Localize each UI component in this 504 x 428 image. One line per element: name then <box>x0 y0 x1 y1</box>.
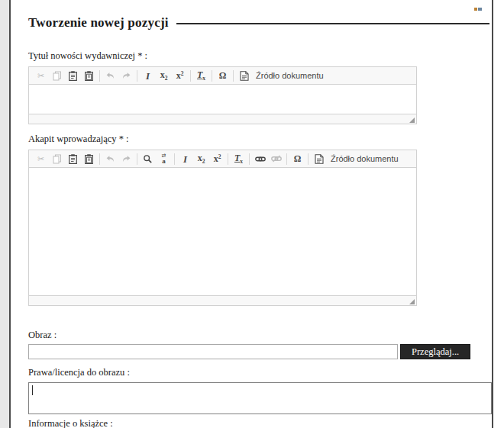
find-button[interactable] <box>141 153 155 165</box>
superscript-icon: x2 <box>176 71 184 80</box>
toolbar-separator <box>228 153 228 165</box>
link-button[interactable] <box>253 153 267 165</box>
intro-richtext-editor: ✂⇄aIx2x2TxΩŹródło dokumentu <box>28 150 417 306</box>
rights-textarea[interactable] <box>28 382 492 414</box>
copy-button <box>50 69 64 82</box>
page-right-border <box>492 0 493 428</box>
paste-button[interactable] <box>66 153 80 165</box>
remove-format-button[interactable]: Tx <box>194 69 208 82</box>
redo-icon <box>121 71 131 81</box>
title-editor-toolbar: ✂Ix2x2TxΩŹródło dokumentu <box>29 67 416 85</box>
image-field-label: Obraz : <box>28 330 489 341</box>
special-character-button[interactable]: Ω <box>215 69 230 82</box>
toolbar-separator <box>249 153 250 165</box>
copy-icon <box>53 71 62 81</box>
intro-field-label: Akapit wprowadzający * : <box>28 134 489 145</box>
copy-icon <box>53 154 62 164</box>
toolbar-separator <box>99 153 100 165</box>
toolbar-separator <box>137 153 137 165</box>
paste-from-word-button[interactable] <box>82 69 96 82</box>
link-icon <box>255 156 266 163</box>
replace-icon: ⇄a <box>162 153 166 165</box>
undo-icon <box>105 71 115 81</box>
copy-button <box>50 153 64 165</box>
unlink-icon <box>271 155 282 163</box>
title-editor-footer <box>29 114 416 124</box>
document-source-icon <box>240 71 249 81</box>
left-gutter <box>0 0 9 428</box>
superscript-button[interactable]: x2 <box>210 153 225 165</box>
subscript-icon: x2 <box>198 153 205 165</box>
subscript-icon: x2 <box>160 70 168 82</box>
document-source-button[interactable] <box>312 153 326 165</box>
rights-field-label: Prawa/licencja do obrazu : <box>28 367 489 378</box>
paste-icon <box>69 71 77 81</box>
italic-button[interactable]: I <box>178 153 192 165</box>
resize-handle-icon[interactable] <box>409 299 415 304</box>
italic-icon: I <box>146 71 150 81</box>
paste-from-word-icon <box>85 71 93 81</box>
browse-button[interactable]: Przeglądaj... <box>400 344 470 359</box>
page-title-row: Tworzenie nowej pozycji <box>28 15 489 31</box>
intro-editor-footer <box>29 295 416 305</box>
toolbar-separator <box>212 70 212 82</box>
italic-icon: I <box>183 154 187 164</box>
cut-icon: ✂ <box>37 72 44 80</box>
document-source-label[interactable]: Źródło dokumentu <box>331 154 399 163</box>
resize-handle-icon[interactable] <box>409 117 415 123</box>
special-character-icon: Ω <box>294 154 302 163</box>
toolbar-separator <box>174 153 175 165</box>
remove-format-button[interactable]: Tx <box>231 153 246 165</box>
intro-editor-content[interactable] <box>29 168 416 295</box>
toolbar-separator <box>137 70 137 82</box>
toolbar-separator <box>99 70 100 82</box>
toolbar-separator <box>308 153 309 165</box>
document-source-button[interactable] <box>237 69 251 82</box>
redo-button <box>119 153 134 165</box>
superscript-button[interactable]: x2 <box>173 69 187 82</box>
special-character-button[interactable]: Ω <box>290 153 305 165</box>
toolbar-separator <box>286 153 287 165</box>
image-file-input[interactable] <box>28 344 398 359</box>
redo-button <box>119 69 134 82</box>
remove-format-icon: Tx <box>197 70 205 82</box>
title-underline <box>176 23 489 24</box>
paste-icon <box>69 154 77 164</box>
next-field-label: Informacje o książce : <box>28 418 489 428</box>
superscript-icon: x2 <box>214 154 221 163</box>
paste-button[interactable] <box>66 69 80 82</box>
cropped-corner-icon <box>474 0 483 3</box>
intro-editor-toolbar: ✂⇄aIx2x2TxΩŹródło dokumentu <box>29 150 416 168</box>
cut-button: ✂ <box>34 153 48 165</box>
redo-icon <box>121 154 131 164</box>
image-file-row: Przeglądaj... <box>28 344 489 359</box>
paste-from-word-icon <box>85 154 93 164</box>
special-character-icon: Ω <box>219 71 227 80</box>
form-content: Tworzenie nowej pozycji Tytuł nowości wy… <box>11 0 492 428</box>
undo-icon <box>105 154 115 164</box>
subscript-button[interactable]: x2 <box>157 69 171 82</box>
subscript-button[interactable]: x2 <box>194 153 208 165</box>
find-icon <box>143 154 153 164</box>
undo-button <box>103 153 118 165</box>
paste-from-word-button[interactable] <box>82 153 96 165</box>
toolbar-separator <box>233 70 234 82</box>
cut-icon: ✂ <box>37 155 44 163</box>
title-richtext-editor: ✂Ix2x2TxΩŹródło dokumentu <box>28 66 417 124</box>
unlink-button <box>269 153 283 165</box>
page: Tworzenie nowej pozycji Tytuł nowości wy… <box>0 0 504 428</box>
toolbar-separator <box>190 70 191 82</box>
page-title: Tworzenie nowej pozycji <box>28 15 169 31</box>
document-source-icon <box>315 154 324 164</box>
title-editor-content[interactable] <box>29 85 416 114</box>
cut-button: ✂ <box>34 69 48 82</box>
text-caret <box>32 385 33 395</box>
italic-button[interactable]: I <box>141 69 155 82</box>
undo-button <box>103 69 118 82</box>
document-source-label[interactable]: Źródło dokumentu <box>256 71 324 80</box>
remove-format-icon: Tx <box>234 153 243 165</box>
replace-button[interactable]: ⇄a <box>157 153 171 165</box>
title-field-label: Tytuł nowości wydawniczej * : <box>28 50 489 62</box>
